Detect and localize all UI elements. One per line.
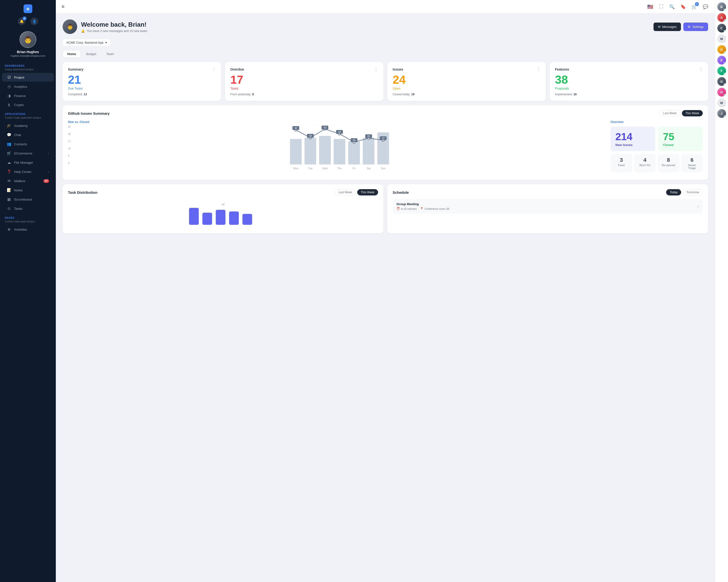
sidebar-item-tasks[interactable]: ⊙ Tasks: [2, 204, 54, 213]
welcome-text: Welcome back, Brian! 🔔 You have 2 new me…: [81, 21, 148, 33]
new-issues-label: New Issues: [616, 143, 650, 147]
project-selector[interactable]: ACME Corp. Backend App ▾: [62, 39, 111, 46]
tab-home[interactable]: Home: [62, 50, 81, 58]
schedule-toggle: Today Tomorrow: [666, 189, 703, 195]
this-week-button[interactable]: This Week: [682, 110, 703, 116]
presence-dot: [724, 20, 726, 22]
right-avatar-7[interactable]: F: [717, 66, 726, 75]
notification-bell-icon[interactable]: 🔔 3: [18, 18, 25, 25]
tabs: Home Budget Team: [62, 50, 708, 58]
closed-issues-number: 75: [663, 131, 698, 143]
presence-dot: [724, 9, 726, 11]
summary-menu-icon[interactable]: ⋮: [212, 67, 216, 72]
sidebar-item-label: File Manager: [14, 161, 33, 164]
right-avatar-5[interactable]: D: [717, 45, 726, 54]
sidebar-item-analytics[interactable]: ◷ Analytics: [2, 82, 54, 91]
task-dist-chart: 40: [68, 199, 378, 228]
gear-icon: ⚙: [688, 25, 691, 29]
messages-button[interactable]: ✉ Messages: [653, 23, 681, 31]
tab-budget[interactable]: Budget: [81, 50, 101, 58]
chat-topbar-icon[interactable]: 💬: [702, 3, 709, 10]
right-avatar-11[interactable]: J: [717, 109, 726, 118]
main-content: ≡ 🇺🇸 ⛶ 🔍 🔖 🛒 5 💬 👨 Welcome back, Brian! …: [56, 0, 715, 582]
activities-icon: ⊕: [7, 227, 11, 231]
issues-menu-icon[interactable]: ⋮: [537, 67, 540, 72]
pages-section-sub: Custom made page designs: [0, 220, 56, 225]
notes-icon: 📝: [7, 188, 11, 192]
sidebar-item-notes[interactable]: 📝 Notes: [2, 186, 54, 194]
stat-card-features: Features ⋮ 38 Proposals Implemented: 16: [550, 62, 708, 101]
hamburger-menu-icon[interactable]: ≡: [62, 4, 64, 9]
stat-summary-label: Summary: [68, 67, 83, 71]
bell-icon: 🔔: [81, 29, 85, 33]
stat-issues-number: 24: [393, 74, 540, 86]
chevron-right-icon[interactable]: ›: [698, 204, 699, 209]
right-avatar-4[interactable]: M: [717, 34, 726, 43]
fullscreen-icon[interactable]: ⛶: [658, 3, 665, 10]
right-avatar-1[interactable]: B: [717, 2, 726, 11]
stat-features-number: 38: [555, 74, 703, 86]
right-avatar-10[interactable]: M: [717, 99, 726, 107]
today-button[interactable]: Today: [666, 189, 681, 195]
stat-issues-footer: Closed today: 19: [393, 93, 540, 96]
sidebar-item-filemanager[interactable]: ☁ File Manager: [2, 158, 54, 167]
bookmark-icon[interactable]: 🔖: [679, 3, 687, 10]
right-avatar-2[interactable]: A: [717, 13, 726, 22]
sidebar-item-activities[interactable]: ⊕ Activities: [2, 225, 54, 234]
sidebar-item-mailbox[interactable]: ✉ Mailbox 27: [2, 176, 54, 185]
sidebar-item-academy[interactable]: 🎓 Academy: [2, 121, 54, 130]
right-avatar-3[interactable]: C: [717, 24, 726, 32]
chevron-down-icon: ▾: [105, 41, 107, 45]
sidebar-item-chat[interactable]: 💬 Chat: [2, 131, 54, 139]
sidebar-item-label: Analytics: [14, 85, 27, 88]
sidebar-item-helpcenter[interactable]: ❓ Help Center ›: [2, 167, 54, 176]
sidebar-item-ecommerce[interactable]: 🛒 ECommerce ›: [2, 149, 54, 158]
right-avatar-8[interactable]: G: [717, 77, 726, 86]
bar-fri: [348, 141, 360, 164]
right-avatar-6[interactable]: E: [717, 56, 726, 64]
x-label-sat: Sat: [367, 167, 371, 170]
right-avatar-9[interactable]: H: [717, 88, 726, 96]
x-label-tue: Tue: [308, 167, 313, 170]
sidebar-item-crypto[interactable]: $ Crypto: [2, 101, 54, 109]
bottom-row: Task Distribution Last Week This Week 40: [62, 184, 708, 233]
overdue-menu-icon[interactable]: ⋮: [374, 67, 378, 72]
task-last-week-button[interactable]: Last Week: [335, 189, 356, 195]
cart-icon-wrap[interactable]: 🛒 5: [691, 3, 698, 10]
tomorrow-button[interactable]: Tomorrow: [683, 189, 703, 195]
stat-issues-label: Issues: [393, 67, 403, 71]
x-label-fri: Fri: [353, 167, 356, 170]
presence-dot: [724, 115, 726, 118]
github-issues-card: Github Issues Summary Last Week This Wee…: [62, 105, 708, 180]
features-menu-icon[interactable]: ⋮: [699, 67, 703, 72]
filemanager-icon: ☁: [7, 160, 11, 165]
welcome-subtitle: 🔔 You have 2 new messages and 15 new tas…: [81, 29, 148, 33]
task-week-toggle: Last Week This Week: [335, 189, 378, 195]
sidebar-item-scrumboard[interactable]: ▦ Scrumboard: [2, 195, 54, 204]
tab-team[interactable]: Team: [102, 50, 119, 58]
closed-issues-card: 75 Closed: [658, 127, 703, 151]
label-sun: 22: [382, 137, 385, 140]
sidebar-item-label: Mailbox: [14, 179, 25, 183]
task-this-week-button[interactable]: This Week: [357, 189, 378, 195]
presence-dot: [724, 94, 726, 96]
reopened-number: 8: [660, 157, 676, 163]
presence-dot: [724, 73, 726, 75]
flag-icon[interactable]: 🇺🇸: [646, 3, 654, 11]
sidebar-item-label: Help Center: [14, 170, 31, 174]
content-area: 👨 Welcome back, Brian! 🔔 You have 2 new …: [56, 13, 715, 582]
sidebar-item-project[interactable]: ☑ Project: [2, 73, 54, 82]
task-bar-4: [229, 212, 239, 225]
settings-button[interactable]: ⚙ Settings: [683, 23, 708, 31]
logo-icon[interactable]: ◈: [24, 4, 32, 13]
task-bar-5: [242, 214, 252, 225]
sidebar-item-contacts[interactable]: 👥 Contacts: [2, 140, 54, 148]
search-icon[interactable]: 🔍: [668, 3, 676, 10]
bar-thu: [334, 139, 345, 164]
stat-features-label: Features: [555, 67, 569, 71]
sidebar-item-finance[interactable]: ◑ Finance: [2, 91, 54, 100]
sidebar: ◈ 🔔 3 👤 👨 Brian Hughes hughes.brian@comp…: [0, 0, 56, 582]
last-week-button[interactable]: Last Week: [659, 110, 680, 116]
user-circle-icon[interactable]: 👤: [30, 18, 38, 25]
sidebar-item-label: ECommerce: [14, 151, 32, 155]
